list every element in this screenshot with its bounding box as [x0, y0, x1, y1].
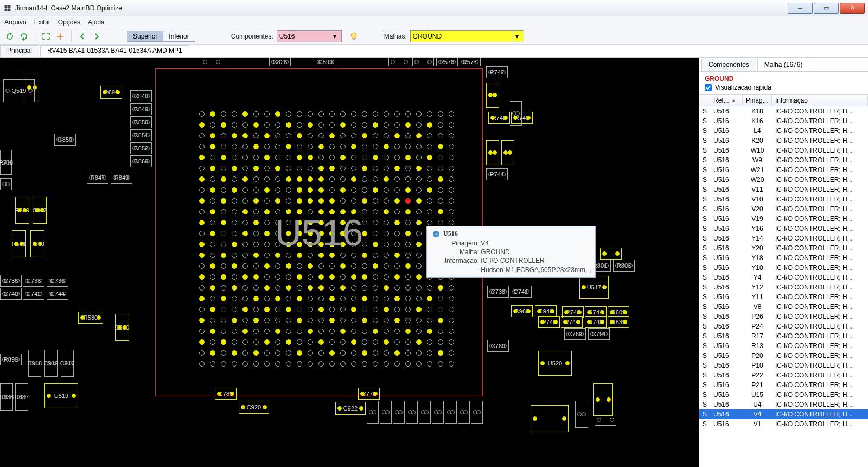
bga-pin[interactable] [405, 231, 411, 236]
bga-pin[interactable] [264, 296, 270, 301]
bga-pin[interactable] [297, 296, 302, 301]
bga-pin[interactable] [384, 209, 389, 214]
bga-pin[interactable] [210, 350, 215, 356]
bga-pin[interactable] [275, 307, 280, 312]
bga-pin[interactable] [199, 329, 205, 334]
bga-pin[interactable] [318, 176, 324, 182]
bga-pin[interactable] [264, 263, 270, 269]
bga-pin[interactable] [297, 307, 302, 312]
bga-pin[interactable] [199, 144, 205, 149]
bga-pin[interactable] [394, 274, 400, 280]
bga-pin[interactable] [232, 361, 237, 367]
bga-pin[interactable] [232, 318, 237, 323]
bga-pin[interactable] [275, 329, 280, 334]
bga-pin[interactable] [384, 307, 389, 312]
bga-pin[interactable] [394, 329, 400, 334]
bga-pin[interactable] [373, 329, 378, 334]
bga-pin[interactable] [264, 133, 270, 138]
bga-pin[interactable] [242, 166, 248, 171]
bga-pin[interactable] [351, 242, 356, 247]
bga-pin[interactable] [384, 350, 389, 356]
bga-pin[interactable] [405, 155, 411, 160]
bga-pin[interactable] [308, 263, 313, 269]
minimize-button[interactable]: ─ [788, 3, 813, 14]
bga-pin[interactable] [427, 133, 432, 138]
bga-pin[interactable] [297, 144, 302, 149]
bga-pin[interactable] [405, 318, 411, 323]
table-row[interactable]: SU516Y11IC-I/O CONTROLLER; H... [699, 292, 868, 302]
bga-pin[interactable] [405, 220, 411, 225]
table-row[interactable]: SU516Y10IC-I/O CONTROLLER; H... [699, 263, 868, 273]
bga-pin[interactable] [362, 209, 367, 214]
bga-pin[interactable] [210, 144, 215, 149]
bga-pin[interactable] [297, 111, 302, 117]
bga-pin[interactable] [242, 144, 248, 149]
bga-pin[interactable] [373, 166, 378, 171]
bga-pin[interactable] [351, 350, 356, 356]
bga-pin[interactable] [340, 350, 346, 356]
bga-pin[interactable] [340, 274, 346, 280]
bga-pin[interactable] [253, 166, 259, 171]
bga-pin[interactable] [318, 242, 324, 247]
bga-pin[interactable] [362, 350, 367, 356]
bga-pin[interactable] [253, 296, 259, 301]
bga-pin[interactable] [232, 166, 237, 171]
bga-pin[interactable] [210, 307, 215, 312]
bga-pin[interactable] [427, 198, 432, 204]
bga-pin[interactable] [242, 350, 248, 356]
table-row[interactable]: SU516K16IC-I/O CONTROLLER; H... [699, 116, 868, 126]
bga-pin[interactable] [275, 176, 280, 182]
bga-pin[interactable] [438, 111, 443, 117]
bga-pin[interactable] [199, 166, 205, 171]
bga-pin[interactable] [438, 339, 443, 345]
bga-pin[interactable] [199, 253, 205, 258]
bga-pin[interactable] [351, 318, 356, 323]
bga-pin[interactable] [340, 166, 346, 171]
bga-pin[interactable] [308, 339, 313, 345]
menu-arquivo[interactable]: Arquivo [4, 18, 27, 26]
bga-pin[interactable] [416, 307, 422, 312]
bga-pin[interactable] [308, 220, 313, 225]
bga-pin[interactable] [242, 263, 248, 269]
bga-pin[interactable] [253, 198, 259, 204]
bga-pin[interactable] [340, 111, 346, 117]
bga-pin[interactable] [286, 176, 291, 182]
bga-pin[interactable] [351, 122, 356, 128]
bga-pin[interactable] [384, 274, 389, 280]
bga-pin[interactable] [384, 339, 389, 345]
bga-pin[interactable] [362, 253, 367, 258]
bga-pin[interactable] [318, 296, 324, 301]
bga-pin[interactable] [373, 242, 378, 247]
bga-pin[interactable] [362, 231, 367, 236]
bga-pin[interactable] [405, 242, 411, 247]
bga-grid[interactable] [199, 111, 454, 371]
table-row[interactable]: SU516Y18IC-I/O CONTROLLER; H... [699, 253, 868, 263]
bga-pin[interactable] [384, 198, 389, 204]
tab-componentes[interactable]: Componentes [701, 59, 756, 71]
bga-pin[interactable] [405, 198, 411, 204]
bga-pin[interactable] [449, 187, 454, 193]
bga-pin[interactable] [253, 187, 259, 193]
bga-pin[interactable] [405, 285, 411, 291]
bga-pin[interactable] [221, 166, 226, 171]
bga-pin[interactable] [351, 176, 356, 182]
bga-pin[interactable] [351, 220, 356, 225]
bga-pin[interactable] [286, 166, 291, 171]
bga-pin[interactable] [405, 122, 411, 128]
bga-pin[interactable] [318, 318, 324, 323]
bga-pin[interactable] [232, 155, 237, 160]
bga-pin[interactable] [253, 263, 259, 269]
bga-pin[interactable] [286, 253, 291, 258]
bga-pin[interactable] [340, 133, 346, 138]
bga-pin[interactable] [329, 144, 335, 149]
bga-pin[interactable] [210, 253, 215, 258]
bga-pin[interactable] [297, 231, 302, 236]
bga-pin[interactable] [449, 285, 454, 291]
bga-pin[interactable] [373, 111, 378, 117]
bga-pin[interactable] [362, 242, 367, 247]
bga-pin[interactable] [297, 166, 302, 171]
bga-pin[interactable] [232, 274, 237, 280]
bga-pin[interactable] [373, 307, 378, 312]
bga-pin[interactable] [221, 253, 226, 258]
bga-pin[interactable] [221, 242, 226, 247]
